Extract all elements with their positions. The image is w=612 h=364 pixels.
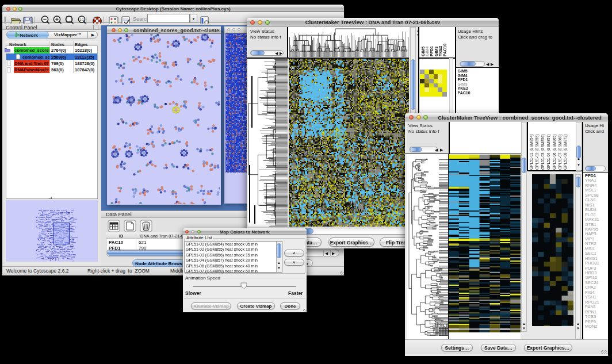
svg-text:1:1: 1:1 xyxy=(80,18,84,21)
